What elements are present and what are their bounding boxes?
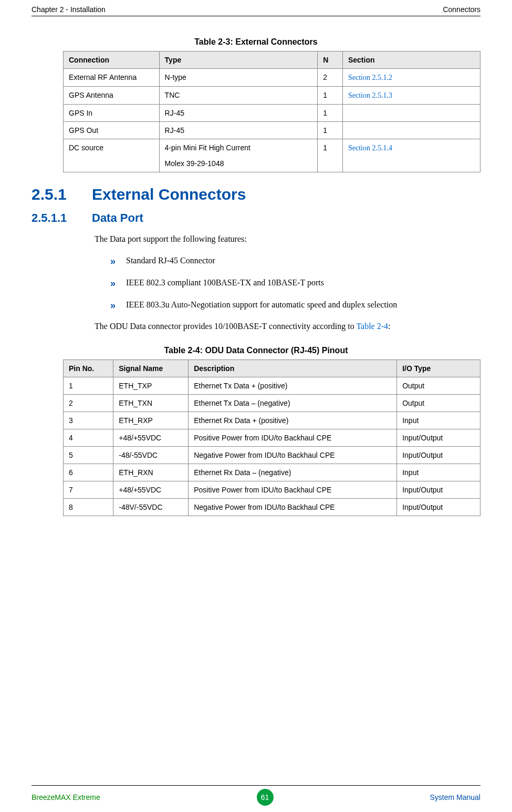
table-row: 8 -48V/-55VDC Negative Power from IDU/to… [64,498,480,516]
subsection-number: 2.5.1.1 [32,211,92,225]
header-rule [32,16,480,16]
table1-header-row: Connection Type N Section [64,52,480,69]
cell: Positive Power from IDU/to Backhaul CPE [189,481,397,498]
section-number: 2.5.1 [32,186,92,203]
table-row: 6 ETH_RXN Ethernet Rx Data – (negative) … [64,464,480,481]
table-row: DC source 4-pin Mini Fit High CurrentMol… [64,139,480,172]
cell: -48V/-55VDC [113,498,189,516]
cell: Input [397,464,480,481]
cell: 8 [64,498,113,516]
cell: 1 [318,105,343,122]
cell: Input/Output [397,429,480,446]
cell: +48/+55VDC [113,481,189,498]
table-row: GPS In RJ-45 1 [64,105,480,122]
feature-list: Standard RJ-45 Connector IEEE 802.3 comp… [110,254,480,311]
table2-h2: Description [189,359,397,377]
page-number-badge: 61 [257,789,274,806]
cell: Negative Power from IDU/to Backhaul CPE [189,446,397,464]
cell: DC source [64,139,160,172]
cell-line2: Molex 39-29-1048 [165,159,312,168]
page-header: Chapter 2 - Installation Connectors [32,5,480,15]
cell: Output [397,394,480,412]
cell: +48/+55VDC [113,429,189,446]
table-row: 7 +48/+55VDC Positive Power from IDU/to … [64,481,480,498]
cell: ETH_RXN [113,464,189,481]
cell: Input/Output [397,481,480,498]
cell: 7 [64,481,113,498]
cell: Negative Power from IDU/to Backhaul CPE [189,498,397,516]
table2-h1: Signal Name [113,359,189,377]
table1-h0: Connection [64,52,160,69]
table-row: 2 ETH_TXN Ethernet Tx Data – (negative) … [64,394,480,412]
footer-left: BreezeMAX Extreme [32,793,100,801]
section-link[interactable]: Section 2.5.1.3 [348,91,392,99]
list-item: Standard RJ-45 Connector [110,254,480,267]
pinout-table: Pin No. Signal Name Description I/O Type… [63,359,480,516]
cell: 5 [64,446,113,464]
section-link[interactable]: Section 2.5.1.2 [348,74,392,81]
cell: Section 2.5.1.3 [342,87,480,105]
para-text: The ODU Data connector provides 10/100BA… [95,322,356,331]
cell: RJ-45 [159,105,318,122]
table-row: External RF Antenna N-type 2 Section 2.5… [64,69,480,87]
cell: Input/Output [397,446,480,464]
list-item: IEEE 802.3 compliant 100BASE-TX and 10BA… [110,276,480,289]
paragraph: The ODU Data connector provides 10/100BA… [95,321,480,332]
page-footer: BreezeMAX Extreme 61 System Manual [32,781,480,806]
cell: ETH_TXN [113,394,189,412]
para-text: : [388,322,390,331]
cell: 1 [318,139,343,172]
section-title: External Connectors [92,186,246,203]
cell: GPS In [64,105,160,122]
cell: Ethernet Rx Data + (positive) [189,412,397,429]
cell: 3 [64,412,113,429]
header-right: Connectors [443,5,480,14]
table2-h3: I/O Type [397,359,480,377]
cell: N-type [159,69,318,87]
cell [342,122,480,139]
section-link[interactable]: Section 2.5.1.4 [348,144,392,152]
cell: 1 [64,377,113,394]
cell: Positive Power from IDU/to Backhaul CPE [189,429,397,446]
cell [342,105,480,122]
cell: 4 [64,429,113,446]
cell: 2 [318,69,343,87]
table-row: GPS Out RJ-45 1 [64,122,480,139]
cell: GPS Out [64,122,160,139]
cell: Ethernet Tx Data – (negative) [189,394,397,412]
cell: Ethernet Tx Data + (positive) [189,377,397,394]
external-connectors-table: Connection Type N Section External RF An… [63,51,480,172]
table2-caption: Table 2-4: ODU Data Connector (RJ-45) Pi… [32,346,480,355]
table1-h3: Section [342,52,480,69]
paragraph: The Data port support the following feat… [95,233,480,245]
cell: RJ-45 [159,122,318,139]
subsection-heading: 2.5.1.1Data Port [32,211,480,225]
cell: 4-pin Mini Fit High CurrentMolex 39-29-1… [159,139,318,172]
cell: Output [397,377,480,394]
cell: Ethernet Rx Data – (negative) [189,464,397,481]
cell: External RF Antenna [64,69,160,87]
table-row: GPS Antenna TNC 1 Section 2.5.1.3 [64,87,480,105]
cell-line1: 4-pin Mini Fit High Current [165,143,250,152]
subsection-title: Data Port [92,211,143,224]
cell: ETH_RXP [113,412,189,429]
table-row: 1 ETH_TXP Ethernet Tx Data + (positive) … [64,377,480,394]
table1-h1: Type [159,52,318,69]
cell: Section 2.5.1.2 [342,69,480,87]
table-row: 3 ETH_RXP Ethernet Rx Data + (positive) … [64,412,480,429]
cell: 1 [318,87,343,105]
table-row: 5 -48/-55VDC Negative Power from IDU/to … [64,446,480,464]
table2-h0: Pin No. [64,359,113,377]
list-item: IEEE 803.3u Auto-Negotiation support for… [110,299,480,311]
header-left: Chapter 2 - Installation [32,5,106,14]
table-reference-link[interactable]: Table 2-4 [356,322,388,331]
footer-right: System Manual [430,793,480,801]
cell: Input/Output [397,498,480,516]
cell: ETH_TXP [113,377,189,394]
table1-h2: N [318,52,343,69]
cell: 1 [318,122,343,139]
table2-header-row: Pin No. Signal Name Description I/O Type [64,359,480,377]
table1-caption: Table 2-3: External Connectors [32,37,480,47]
footer-rule [32,785,480,786]
cell: 2 [64,394,113,412]
